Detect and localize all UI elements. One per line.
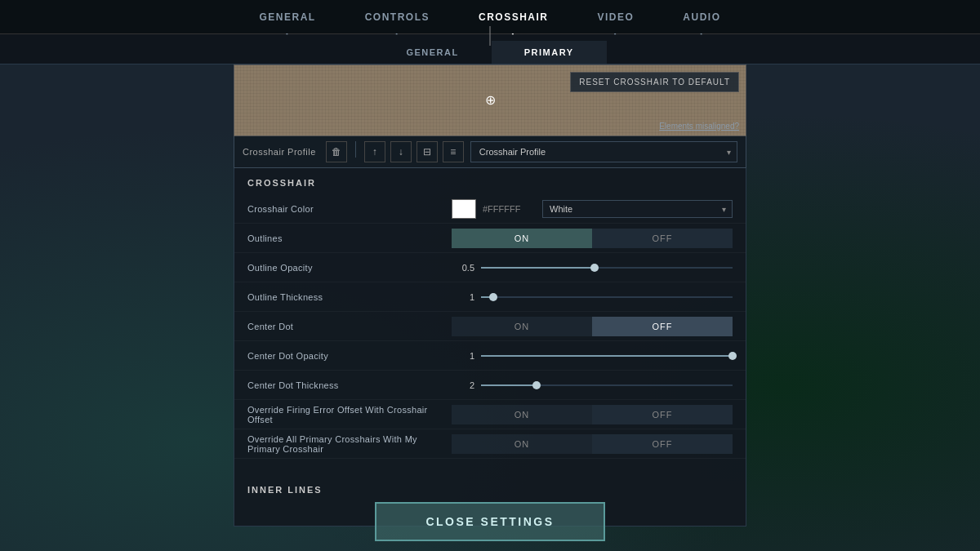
row-override-firing: Override Firing Error Offset With Crossh… [234, 400, 746, 429]
connector-line [490, 26, 491, 46]
profile-list-button[interactable]: ≡ [443, 141, 464, 162]
preview-area: ⊕ RESET CROSSHAIR TO DEFAULT Elements mi… [234, 64, 746, 136]
section-crosshair-header: CROSSHAIR [234, 168, 746, 194]
row-outline-thickness: Outline Thickness 1 [234, 282, 746, 312]
settings-panel: CROSSHAIR Crosshair Color #FFFFFF White … [234, 168, 746, 527]
subtab-area: GENERAL PRIMARY [0, 34, 980, 64]
nav-crosshair[interactable]: CROSSHAIR [479, 5, 549, 29]
profile-icons: 🗑 ↑ ↓ ⊟ ≡ [326, 141, 464, 162]
color-name-select[interactable]: White Green Yellow Cyan [542, 200, 733, 218]
outline-opacity-slider[interactable] [481, 261, 733, 274]
row-outlines: Outlines On Off [234, 224, 746, 253]
slider-bg-4 [481, 384, 733, 386]
toggle-override-firing: On Off [452, 405, 733, 424]
control-outline-thickness: 1 [452, 291, 733, 304]
override-firing-on-button[interactable]: On [452, 405, 592, 424]
control-center-dot-thickness: 2 [452, 379, 733, 392]
label-outlines: Outlines [247, 233, 452, 243]
label-center-dot-opacity: Center Dot Opacity [247, 351, 452, 361]
profile-select[interactable]: Crosshair Profile [470, 141, 737, 162]
profile-delete-button[interactable]: 🗑 [326, 141, 347, 162]
profile-label: Crosshair Profile [243, 147, 316, 157]
label-crosshair-color: Crosshair Color [247, 204, 452, 214]
slider-bg-2 [481, 296, 733, 298]
tab-primary[interactable]: PRIMARY [492, 41, 607, 64]
override-primary-off-button[interactable]: Off [592, 434, 733, 454]
toggle-outlines: On Off [452, 229, 733, 248]
slider-thumb-2 [489, 293, 497, 301]
tab-general[interactable]: GENERAL [373, 41, 491, 64]
label-center-dot-thickness: Center Dot Thickness [247, 380, 452, 390]
center-dot-thickness-value: 2 [452, 380, 474, 390]
profile-upload-button[interactable]: ↑ [364, 141, 385, 162]
nav-controls[interactable]: CONTROLS [365, 5, 430, 29]
profile-select-wrapper: Crosshair Profile ▾ [470, 141, 737, 162]
nav-video[interactable]: VIDEO [598, 5, 635, 29]
divider1 [355, 141, 356, 158]
outlines-on-button[interactable]: On [452, 229, 592, 248]
nav-audio[interactable]: AUDIO [683, 5, 720, 29]
color-select-wrapper: White Green Yellow Cyan ▾ [542, 200, 733, 218]
control-override-primary: On Off [452, 434, 733, 454]
reset-crosshair-button[interactable]: RESET CROSSHAIR TO DEFAULT [570, 72, 739, 92]
label-outline-thickness: Outline Thickness [247, 292, 452, 302]
center-dot-on-button[interactable]: On [452, 317, 592, 336]
slider-progress-3 [481, 355, 733, 357]
label-override-firing: Override Firing Error Offset With Crossh… [247, 405, 452, 424]
row-center-dot-thickness: Center Dot Thickness 2 [234, 371, 746, 400]
center-dot-thickness-slider[interactable] [481, 379, 733, 392]
control-outlines: On Off [452, 229, 733, 248]
outline-thickness-slider[interactable] [481, 291, 733, 304]
close-settings-button[interactable]: CLOSE SETTINGS [375, 502, 604, 541]
slider-thumb-4 [532, 381, 541, 389]
control-crosshair-color: #FFFFFF White Green Yellow Cyan ▾ [452, 199, 733, 219]
slider-thumb-3 [728, 352, 737, 360]
control-center-dot: On Off [452, 317, 733, 336]
profile-download-button[interactable]: ↓ [390, 141, 412, 162]
control-outline-opacity: 0.5 [452, 261, 733, 274]
center-dot-opacity-slider[interactable] [481, 349, 733, 362]
center-dot-off-button[interactable]: Off [592, 317, 733, 336]
nav-items: GENERAL CONTROLS CROSSHAIR VIDEO AUDIO [259, 5, 720, 29]
control-center-dot-opacity: 1 [452, 349, 733, 362]
override-primary-on-button[interactable]: On [452, 434, 592, 454]
color-hex-value: #FFFFFF [483, 204, 536, 214]
misaligned-text[interactable]: Elements misaligned? [659, 122, 739, 131]
override-firing-off-button[interactable]: Off [592, 405, 733, 424]
outline-thickness-value: 1 [452, 292, 474, 302]
spacer [234, 459, 746, 475]
label-center-dot: Center Dot [247, 322, 452, 331]
slider-bg-3 [481, 355, 733, 357]
label-outline-opacity: Outline Opacity [247, 263, 452, 273]
crosshair-preview: ⊕ [485, 94, 496, 107]
toggle-center-dot: On Off [452, 317, 733, 336]
profile-row: Crosshair Profile 🗑 ↑ ↓ ⊟ ≡ Crosshair Pr… [234, 136, 746, 168]
label-override-primary: Override All Primary Crosshairs With My … [247, 434, 452, 454]
main-content: ⊕ RESET CROSSHAIR TO DEFAULT Elements mi… [229, 64, 751, 527]
slider-progress [481, 267, 595, 269]
color-swatch[interactable] [452, 199, 476, 219]
row-outline-opacity: Outline Opacity 0.5 [234, 253, 746, 282]
slider-bg [481, 267, 733, 269]
center-dot-opacity-value: 1 [452, 351, 474, 361]
slider-thumb [590, 264, 599, 272]
row-center-dot-opacity: Center Dot Opacity 1 [234, 341, 746, 371]
close-btn-container: CLOSE SETTINGS [0, 494, 980, 551]
control-override-firing: On Off [452, 405, 733, 424]
nav-general[interactable]: GENERAL [259, 5, 315, 29]
profile-copy-button[interactable]: ⊟ [416, 141, 438, 162]
outline-opacity-value: 0.5 [452, 263, 474, 273]
row-center-dot: Center Dot On Off [234, 312, 746, 341]
toggle-override-primary: On Off [452, 434, 733, 454]
outlines-off-button[interactable]: Off [592, 229, 733, 248]
slider-progress-4 [481, 384, 537, 386]
row-override-primary: Override All Primary Crosshairs With My … [234, 429, 746, 459]
row-crosshair-color: Crosshair Color #FFFFFF White Green Yell… [234, 194, 746, 224]
